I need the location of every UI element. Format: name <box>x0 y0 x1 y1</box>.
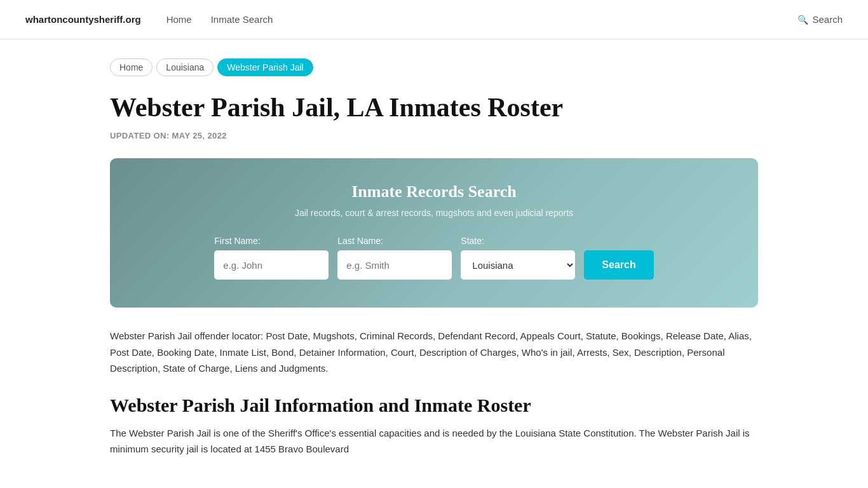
last-name-group: Last Name: <box>337 236 452 280</box>
body-text: Webster Parish Jail offender locator: Po… <box>110 328 758 377</box>
page-title: Webster Parish Jail, LA Inmates Roster <box>110 92 758 123</box>
last-name-label: Last Name: <box>337 236 452 246</box>
first-name-label: First Name: <box>214 236 329 246</box>
search-button[interactable]: Search <box>584 250 653 280</box>
nav-link-home[interactable]: Home <box>166 14 192 25</box>
nav-brand[interactable]: whartoncountysheriff.org <box>25 14 141 25</box>
last-name-input[interactable] <box>337 250 452 280</box>
first-name-group: First Name: <box>214 236 329 280</box>
navbar: whartoncountysheriff.org Home Inmate Sea… <box>0 0 868 39</box>
search-form: First Name: Last Name: State: Alabama Al… <box>142 236 726 280</box>
search-widget: Inmate Records Search Jail records, cour… <box>110 158 758 308</box>
breadcrumb-louisiana[interactable]: Louisiana <box>156 58 214 76</box>
breadcrumb-webster[interactable]: Webster Parish Jail <box>217 58 313 76</box>
state-group: State: Alabama Alaska Arizona Arkansas C… <box>461 236 575 280</box>
first-name-input[interactable] <box>214 250 329 280</box>
section-heading: Webster Parish Jail Information and Inma… <box>110 395 758 416</box>
nav-search[interactable]: 🔍 Search <box>797 14 843 25</box>
search-icon: 🔍 <box>797 15 808 25</box>
main-container: Home Louisiana Webster Parish Jail Webst… <box>85 39 783 477</box>
updated-on: UPDATED ON: MAY 25, 2022 <box>110 131 758 140</box>
nav-link-inmate-search[interactable]: Inmate Search <box>211 14 273 25</box>
breadcrumb-home[interactable]: Home <box>110 58 153 76</box>
state-select[interactable]: Alabama Alaska Arizona Arkansas Californ… <box>461 250 575 280</box>
section-body: The Webster Parish Jail is one of the Sh… <box>110 425 758 458</box>
nav-links: Home Inmate Search <box>166 14 773 25</box>
state-label: State: <box>461 236 575 246</box>
breadcrumb: Home Louisiana Webster Parish Jail <box>110 58 758 76</box>
search-widget-title: Inmate Records Search <box>142 182 726 201</box>
search-widget-subtitle: Jail records, court & arrest records, mu… <box>142 208 726 218</box>
nav-search-label: Search <box>812 14 843 25</box>
